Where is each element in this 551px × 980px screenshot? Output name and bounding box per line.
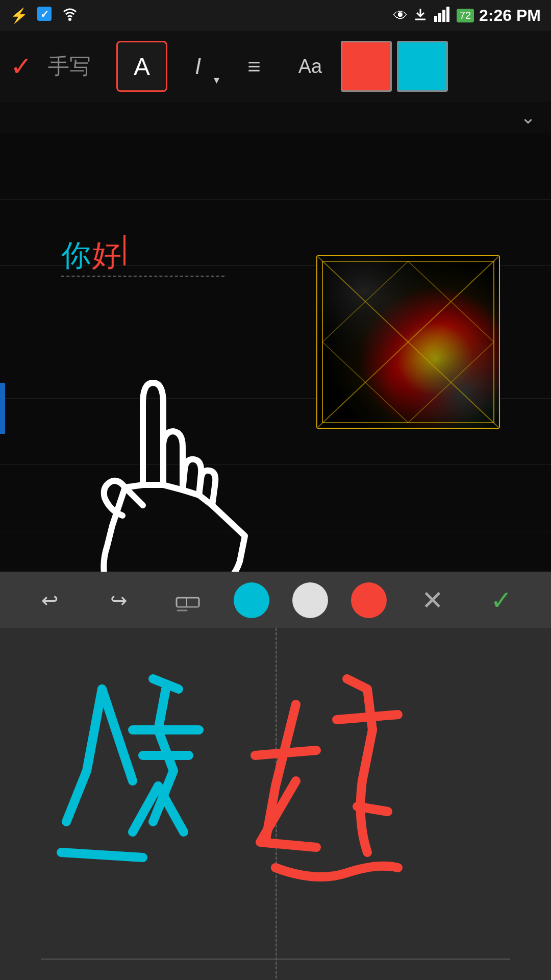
h-line-1 xyxy=(0,199,551,200)
svg-rect-6 xyxy=(442,10,445,22)
font-style-button[interactable]: A xyxy=(116,41,167,92)
svg-rect-7 xyxy=(446,7,449,22)
collapse-row: ⌄ xyxy=(0,102,551,133)
color-picker[interactable] xyxy=(316,255,500,429)
battery-level: 72 xyxy=(457,9,474,22)
canvas-text: 你 好 xyxy=(61,235,126,276)
left-accent xyxy=(0,383,5,434)
redo-button[interactable]: ↪ xyxy=(96,577,142,623)
italic-button[interactable]: I ▾ xyxy=(172,41,223,92)
wifi-icon xyxy=(61,5,79,27)
svg-point-2 xyxy=(68,18,71,21)
signal-icon xyxy=(433,5,452,27)
color-white-dot[interactable] xyxy=(292,582,328,618)
status-right-icons: 👁 72 2:26 PM xyxy=(393,5,541,27)
collapse-arrow-icon[interactable]: ⌄ xyxy=(520,107,536,128)
toolbar-title: 手写 xyxy=(48,52,91,81)
cancel-button[interactable]: ✕ xyxy=(410,577,456,623)
svg-rect-5 xyxy=(438,13,441,22)
eye-icon: 👁 xyxy=(393,7,408,24)
status-time: 2:26 PM xyxy=(479,6,541,25)
eraser-button[interactable] xyxy=(165,577,211,623)
align-button[interactable]: ≡ xyxy=(229,41,280,92)
hw-confirm-button[interactable]: ✓ xyxy=(479,577,524,623)
svg-rect-13 xyxy=(177,598,199,607)
svg-rect-4 xyxy=(434,16,437,22)
hw-toolbar: ↩ ↪ ✕ ✓ xyxy=(0,572,551,628)
font-size-button[interactable]: Aa xyxy=(285,41,336,92)
color-picker-gradient xyxy=(317,256,499,428)
handwriting-svg xyxy=(0,628,551,980)
text-underline xyxy=(61,276,224,277)
undo-button[interactable]: ↩ xyxy=(27,577,73,623)
usb-icon: ⚡ xyxy=(10,7,28,24)
toolbar: ✓ 手写 A I ▾ ≡ Aa xyxy=(0,31,551,102)
text-cursor xyxy=(123,235,126,265)
svg-text:✓: ✓ xyxy=(40,9,49,20)
highlight-color-button[interactable] xyxy=(397,41,448,92)
italic-dropdown-arrow: ▾ xyxy=(214,74,219,87)
hw-content[interactable] xyxy=(0,628,551,980)
download-icon xyxy=(413,6,428,25)
canvas-area[interactable]: 你 好 xyxy=(0,133,551,572)
sync-icon: ✓ xyxy=(35,5,54,27)
hw-baseline xyxy=(41,959,510,960)
status-bar: ⚡ ✓ 👁 72 2:26 PM xyxy=(0,0,551,31)
hand-gesture xyxy=(31,352,296,572)
color-red-dot[interactable] xyxy=(351,582,387,618)
color-cyan-dot[interactable] xyxy=(234,582,269,618)
canvas-cyan-char: 你 xyxy=(61,236,91,276)
canvas-red-char: 好 xyxy=(92,236,121,276)
confirm-button[interactable]: ✓ xyxy=(10,51,33,82)
text-color-button[interactable] xyxy=(341,41,392,92)
handwriting-panel[interactable]: ↩ ↪ ✕ ✓ xyxy=(0,572,551,980)
status-left-icons: ⚡ ✓ xyxy=(10,5,79,27)
